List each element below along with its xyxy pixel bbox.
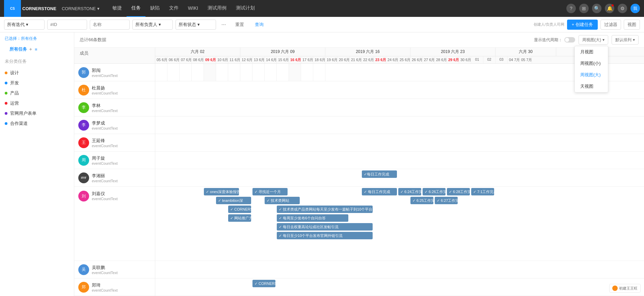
name-filter[interactable] (90, 20, 130, 30)
task-daily-2[interactable]: ✓ 每日工作完成 (362, 188, 397, 195)
add-task-icon[interactable]: ＋ (28, 46, 33, 52)
task-628[interactable]: ✓ 6:28工作完成 (447, 188, 470, 195)
gantt-day-08: 08 6月 (192, 56, 204, 63)
member-name-liujia: 刘嘉仪 (92, 191, 117, 197)
project-selector[interactable]: CORNERSTONE ▾ (62, 6, 100, 11)
task-ones[interactable]: ✓ ones深度体验报告 (204, 188, 239, 195)
info-bar-right: 显示迭代周期： 周视图(大) ▾ 月视图 周视图(小) 周视图(大) (534, 35, 639, 45)
iteration-filter[interactable]: 所有迭代 ▾ (4, 20, 45, 30)
sidebar-item-channel[interactable]: 合作渠道 (0, 118, 74, 129)
help-icon[interactable]: ? (566, 4, 576, 13)
task-cornerstone-2[interactable]: ✓ CORNERSTO (252, 280, 275, 287)
member-count-wangyan: eventCountText (92, 144, 117, 148)
total-count: 总计66条数据 (80, 37, 106, 43)
task-71[interactable]: ✓ 7:1工作完成 (471, 188, 494, 195)
category-label-website: 官网用户表单 (10, 110, 36, 116)
gc7 (228, 64, 240, 81)
grid-row-8: ✓ ones深度体验报告 ✓ 寻找近一个月 ✓ 每日工作完成 ✓ 6:24工作完… (155, 187, 644, 261)
create-task-btn[interactable]: + 创建任务 (567, 20, 598, 30)
nav-item-file[interactable]: 文件 (164, 0, 183, 17)
gantt-day-18: 18 6月 (313, 56, 325, 63)
view-mode-label: 周视图(大) (582, 37, 601, 43)
gantt-day-27: 27 6月 (423, 56, 435, 63)
nav-item-bug[interactable]: 缺陷 (145, 0, 164, 17)
sidebar-item-ops[interactable]: 运营 (0, 98, 74, 108)
task-625[interactable]: ✓ 6:25工作完成 (410, 197, 433, 204)
sidebar-item-website[interactable]: 官网用户表单 (0, 108, 74, 118)
all-tasks-item[interactable]: 所有任务 ＋ ≡ (5, 44, 69, 54)
member-row-lixiang: ITIT 李湘丽 eventCountText (74, 169, 155, 187)
list-icon[interactable]: ≡ (35, 47, 37, 52)
nav-item-testplan[interactable]: 测试计划 (231, 0, 260, 17)
task-qa[interactable]: ✓ 每周至少发布6个自问自答 (277, 214, 348, 222)
gantt-day-23: 23 6月 (374, 56, 386, 63)
view-selector[interactable]: 周视图(大) ▾ 月视图 周视图(小) 周视图(大) 天视图 (579, 35, 608, 45)
sidebar-item-product[interactable]: 产品 (0, 88, 74, 98)
view-day[interactable]: 天视图 (575, 81, 608, 92)
task-626[interactable]: ✓ 6:26工作完成 (423, 188, 446, 195)
nav-item-agile[interactable]: 敏捷 (108, 0, 127, 17)
id-filter[interactable] (47, 20, 87, 30)
name-input[interactable] (93, 22, 127, 27)
member-name-limeng: 李梦成 (92, 120, 117, 126)
user-avatar[interactable]: 我 (630, 4, 640, 13)
member-count-guochuan: eventCountText (92, 74, 117, 78)
nav-item-testcase[interactable]: 测试用例 (203, 0, 231, 17)
dot-icon-ops (5, 102, 7, 105)
toggle-knob (565, 38, 569, 42)
logo-short: CS (10, 7, 15, 10)
view-mode-btn[interactable]: 周视图(大) ▾ (579, 35, 608, 45)
gantt-day-29: 29 6月 (447, 56, 459, 63)
gantt-month-row: 六月 02 2019 六月 09 2019 六月 16 2019 六月 23 六… (155, 48, 644, 56)
logo-icon[interactable]: CS (4, 0, 21, 17)
view-week-large[interactable]: 周视图(大) (575, 69, 608, 81)
gc5 (204, 64, 216, 81)
period-toggle[interactable] (564, 37, 575, 43)
toolbar-right: 创建人/负责人司网 + 创建任务 过滤器 视图 (534, 20, 640, 30)
grid-row-3 (155, 99, 644, 116)
uncategorized-item[interactable]: 未分类任务 (0, 56, 74, 66)
member-row-wulian: 吴 吴联鹏 eventCountText (74, 261, 155, 278)
id-input[interactable] (50, 22, 84, 27)
task-techsite[interactable]: ✓ 技术类网站 (265, 197, 300, 204)
main-layout: 已选择：所有任务 所有任务 ＋ ≡ 未分类任务 设计 开发 产品 (0, 32, 644, 296)
sidebar-header: 已选择：所有任务 所有任务 ＋ ≡ (0, 32, 74, 56)
member-info-zhouz: 周子旋 eventCountText (92, 155, 117, 165)
sidebar-item-dev[interactable]: 开发 (0, 78, 74, 88)
assignee-filter[interactable]: 所有负责人 ▾ (132, 20, 173, 30)
filter-panel-btn[interactable]: 过滤器 (600, 20, 621, 30)
gantt-day-06: 06 6月 (167, 56, 180, 63)
view-week-small[interactable]: 周视图(小) (575, 58, 608, 69)
task-bar-daily-1[interactable]: ✓ 每日工作完成 (362, 170, 397, 178)
view-month[interactable]: 月视图 (575, 46, 608, 58)
task-search[interactable]: ✓ 寻找近一个月 (252, 188, 288, 195)
view-btn[interactable]: 视图 (624, 20, 640, 30)
query-btn[interactable]: 查询 (251, 20, 268, 30)
more-filters-btn[interactable]: ··· (219, 22, 229, 28)
member-count-zhouz: eventCountText (92, 161, 117, 165)
settings-icon[interactable]: ⚙ (618, 4, 627, 13)
search-icon[interactable]: 🔍 (592, 4, 601, 13)
task-promote[interactable]: ✓ 网站推广方案 (228, 214, 251, 222)
sidebar-item-design[interactable]: 设计 (0, 68, 74, 78)
task-forum[interactable]: ✓ 每日去权重高论坛或社区发帖引流 (277, 223, 373, 231)
sort-btn[interactable]: 默认排列 ▾ (612, 35, 639, 45)
grid-icon[interactable]: ⊞ (579, 4, 589, 13)
view-dropdown: 月视图 周视图(小) 周视图(大) 天视图 (574, 46, 608, 92)
sidebar-categories: 设计 开发 产品 运营 官网用户表单 合作渠道 (0, 66, 74, 130)
sort-label: 默认排列 (615, 37, 632, 43)
content-area: 总计66条数据 显示迭代周期： 周视图(大) ▾ 月视图 (74, 32, 644, 296)
nav-item-wiki[interactable]: WIKI (183, 0, 203, 17)
notification-icon[interactable]: 🔔 (605, 4, 614, 13)
task-post10[interactable]: ✓ 技术类或产品类网站每天至少发布一篇帖子到10个平台 (277, 206, 373, 213)
task-624[interactable]: ✓ 6:24工作完成 (398, 188, 421, 195)
task-cornerstone[interactable]: ✓ CORNERSTO (228, 206, 251, 213)
dot-icon-design (5, 72, 7, 74)
nav-item-task[interactable]: 任务 (127, 0, 145, 17)
task-link[interactable]: ✓ 每日至少10个平台发布官网外链引流 (277, 232, 373, 239)
task-teambition[interactable]: ✓ teambition深 (216, 197, 251, 204)
reset-btn[interactable]: 重置 (231, 20, 248, 30)
member-count-limeng: eventCountText (92, 126, 117, 130)
task-627[interactable]: ✓ 6:27工作完成 (435, 197, 458, 204)
status-filter[interactable]: 所有状态 ▾ (176, 20, 216, 30)
